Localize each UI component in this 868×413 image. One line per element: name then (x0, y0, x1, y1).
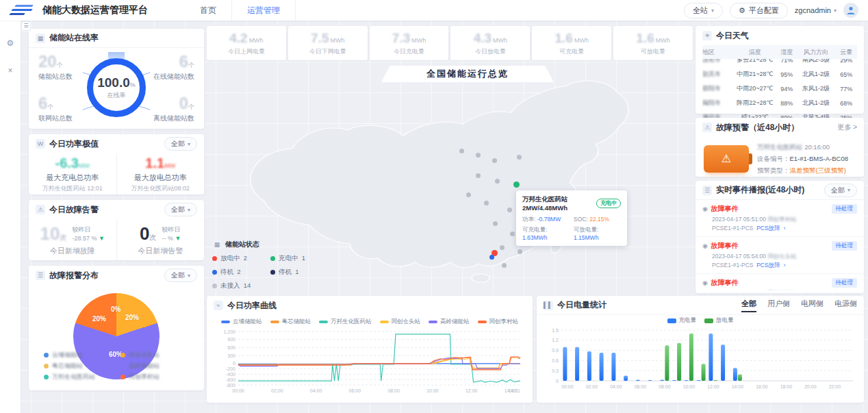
station-dot[interactable] (517, 155, 522, 160)
pending-badge[interactable]: 待处理 (832, 204, 858, 214)
battery-warning-icon: ⚠ (704, 145, 749, 173)
svg-text:16:00: 16:00 (756, 384, 768, 389)
station-dot[interactable] (518, 249, 522, 254)
station-dot[interactable] (502, 263, 507, 268)
online-rate-donut: 100.0% 在线率 (84, 55, 149, 121)
pie-label: 20% (125, 314, 139, 321)
svg-text:20:00: 20:00 (804, 384, 817, 389)
nav-operations[interactable]: 运营管理 (231, 0, 296, 21)
platform-config-button[interactable]: ⚙平台配置 (730, 3, 788, 18)
legend-dot-icon (120, 375, 125, 379)
nav-home[interactable]: 首页 (185, 0, 231, 21)
power-curve-panel: ≈ 今日功率曲线 云埔储能站粤芯储能站万邦生化医药站同创仓头站高岭储能站同创李村… (207, 296, 533, 403)
stat-cards: 4.2MWh 今日上网电量 7.5MWh 今日下网电量 7.3MWh 今日充电量… (207, 26, 693, 60)
bar-chart-legend: 充电量放电量 (537, 316, 864, 325)
max-discharge-power: 1.1MW 最大放电总功率 万邦生化医药站08:02 (116, 153, 205, 195)
station-dot[interactable] (507, 208, 512, 212)
station-dot[interactable] (484, 201, 489, 205)
tab-电网侧[interactable]: 电网侧 (801, 299, 824, 312)
station-dot[interactable] (459, 149, 464, 153)
fault-link[interactable]: PCS故障 (756, 262, 780, 268)
weather-rows[interactable]: 茂名市多云21~28℃71%南风2-3级29%韶关市中雨21~28℃95%北风1… (702, 59, 857, 122)
watt-icon: W (36, 139, 45, 149)
chevron-down-icon: ▾ (834, 8, 837, 14)
pie-legend: 云埔储能站粤芯储能站万邦生化医药站同创仓头站高岭储能站同创李村站 (44, 349, 197, 382)
fault-warning-panel: ⚠ 故障预警（近48小时） 更多 > ⚠ 万邦生化医药站 20:16:00 设备… (695, 118, 864, 177)
svg-text:-400: -400 (226, 372, 235, 377)
dashboard: 储能大数据运营管理平台 首页 运营管理 全站▾ ⚙平台配置 zgcnadmin▾… (0, 0, 868, 413)
tab-电源侧[interactable]: 电源侧 (834, 299, 857, 312)
avatar[interactable] (843, 3, 858, 18)
event-item[interactable]: ◉ 故障事件 待处理 2023-04-17 05:54:00 同创仓头站 PCS… (695, 237, 864, 274)
legend-item: 同创仓头站 (120, 349, 197, 360)
station-dot[interactable] (476, 173, 481, 178)
station-dot[interactable] (489, 255, 494, 260)
site-selector[interactable]: 全站▾ (684, 3, 723, 18)
status-dot-icon (270, 256, 275, 261)
svg-text:600: 600 (227, 345, 235, 350)
chevron-down-icon: ▾ (188, 273, 190, 279)
svg-text:10:00: 10:00 (683, 384, 695, 389)
weather-row: 揭阳市阵雨22~28℃88%北风1-2级68% (702, 96, 857, 110)
close-icon[interactable]: × (0, 66, 21, 75)
svg-text:0.3: 0.3 (552, 368, 559, 373)
status-legend-item: 放电中 2 (212, 254, 270, 263)
filter-dropdown[interactable]: 全部▾ (164, 137, 197, 151)
line-chart-icon: ≈ (214, 301, 223, 310)
filter-dropdown[interactable]: 全部▾ (164, 203, 197, 216)
stat-card: 4.3MWh 今日放电量 (450, 26, 530, 60)
station-dot[interactable] (510, 231, 515, 236)
svg-text:06:00: 06:00 (635, 384, 647, 389)
more-link[interactable]: 更多 > (837, 123, 857, 132)
online-rate-panel: ▦ 储能站在线率 20个 储能站总数 6个 在线储能站数 6个 联网站总数 0个… (29, 29, 204, 129)
legend-square-icon (667, 318, 676, 323)
event-time: 2023-04-17 05:51:00 同创李村站 (712, 216, 857, 224)
status-legend-item: 停机 1 (270, 268, 329, 277)
svg-text:300: 300 (227, 353, 235, 358)
legend-item: 粤芯储能站 (44, 360, 120, 371)
filter-dropdown[interactable]: 全部▾ (824, 184, 857, 197)
station-dot[interactable] (492, 158, 497, 163)
user-menu[interactable]: zgcnadmin▾ (795, 6, 837, 14)
tab-全部[interactable]: 全部 (741, 299, 756, 312)
station-dot[interactable] (466, 192, 471, 197)
svg-text:14:31: 14:31 (508, 388, 520, 393)
event-device: PCSE1-#1-PCS PCS故障 › (712, 225, 857, 233)
status-badge: 充电中 (596, 199, 621, 208)
svg-text:-800: -800 (226, 383, 235, 388)
device-id: E1-#1-BMS-A-BC08 (790, 155, 849, 162)
legend-dot-icon (120, 364, 125, 368)
legend-item: 高岭储能站 (120, 360, 197, 371)
tab-用户侧[interactable]: 用户侧 (767, 299, 790, 312)
weather-col-header: 地区 (702, 48, 733, 57)
chevron-down-icon: ▾ (188, 141, 190, 147)
pending-badge[interactable]: 待处理 (832, 241, 858, 251)
filter-dropdown[interactable]: 全部▾ (164, 268, 197, 282)
tooltip-row: 可放电量: 1.15MWh (574, 226, 621, 241)
svg-text:0.6: 0.6 (552, 358, 559, 363)
event-item[interactable]: ◉ 故障事件 待处理 2023-04-17 05:51:00 同创李村站 PCS… (695, 200, 864, 237)
event-item[interactable]: ◉ 故障事件 待处理 2023-04-17 11:15:00 高岭储能站 PCS… (695, 274, 864, 290)
gear-icon[interactable]: ⚙ (0, 38, 21, 48)
station-dot[interactable] (476, 153, 481, 158)
station-dot[interactable] (513, 182, 520, 188)
station-dot[interactable] (495, 179, 500, 184)
main-nav: 首页 运营管理 (185, 0, 296, 21)
event-dot-icon: ◉ (702, 205, 708, 212)
gear-icon: ⚙ (739, 6, 745, 15)
pending-badge[interactable]: 待处理 (832, 278, 858, 288)
brand-logo-icon (10, 4, 37, 16)
svg-text:00:00: 00:00 (232, 388, 244, 393)
fault-link[interactable]: PCS故障 (756, 225, 780, 231)
legend-item: 同创李村站 (120, 371, 197, 382)
fault-alarm-panel: ⚠ 今日故障告警 全部▾ 10次 较昨日-28.57 % ▼ 今日新增故障 0次… (29, 200, 204, 260)
power-curve-chart[interactable]: 1,2009006003000-200-400-600-80000:0002:0… (207, 327, 533, 399)
status-dot-icon (212, 284, 217, 288)
svg-text:10:00: 10:00 (426, 388, 439, 393)
station-dot[interactable] (493, 221, 498, 226)
panel-toggle-icon[interactable]: ☰ (21, 21, 31, 31)
station-dot[interactable] (500, 245, 505, 250)
event-list[interactable]: ◉ 故障事件 待处理 2023-04-17 05:51:00 同创李村站 PCS… (695, 200, 864, 290)
energy-bar-chart[interactable]: 00.30.60.91.21.500:0002:0004:0006:0008:0… (537, 325, 864, 393)
status-legend-item: 充电中 1 (270, 254, 329, 263)
